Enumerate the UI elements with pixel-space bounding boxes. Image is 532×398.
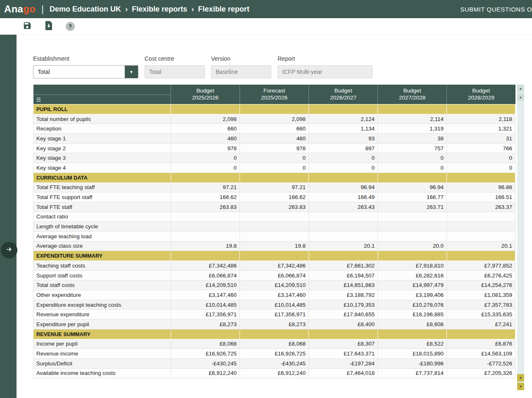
scrollbar-track[interactable] [517, 101, 524, 374]
cell-value: £17,840,655 [309, 310, 378, 320]
column-header: Forecast2025/2026 [240, 85, 309, 104]
cell-value: 2,098 [240, 114, 309, 124]
table-row: Total FTE teaching staff97.2197.2196.949… [33, 182, 515, 192]
row-label: Total FTE support staff [33, 192, 171, 202]
section-cell [447, 251, 515, 261]
cell-value: £6,876 [447, 339, 515, 349]
row-label: Reception [33, 124, 171, 134]
breadcrumb-item-establishment[interactable]: Demo Education UK [50, 5, 121, 14]
cell-value [378, 231, 447, 241]
cell-value [240, 212, 309, 222]
table-row: Support staff costs£6,066,874£6,066,874£… [33, 270, 515, 280]
report-label: Report [278, 55, 373, 62]
establishment-select[interactable]: Total ▼ [33, 65, 138, 78]
cell-value: £8,068 [171, 339, 240, 349]
breadcrumb-item-flexible-reports[interactable]: Flexible reports [132, 5, 187, 14]
submit-questions-link[interactable]: SUBMIT QUESTIONS O [460, 6, 532, 13]
help-button[interactable]: ? [65, 21, 75, 31]
report-input: ICFP Multi-year [278, 65, 373, 78]
scroll-up-button[interactable]: ▲ [517, 85, 524, 92]
row-label: Key stage 4 [33, 163, 171, 173]
section-row: REVENUE SUMMARY [33, 329, 515, 339]
cell-value: £8,400 [309, 320, 378, 329]
table-row: Income per pupil£8,068£8,068£8,307£8,522… [33, 339, 515, 349]
scroll-up-button[interactable]: ▲ [517, 93, 524, 101]
column-header: Budget2027/2028 [378, 85, 447, 104]
row-label: Surplus/Deficit [33, 358, 171, 368]
cell-value: £6,912,240 [171, 368, 240, 378]
scroll-down-button[interactable]: ▼ [517, 374, 524, 381]
cost-centre-label: Cost centre [145, 55, 205, 62]
cell-value: 0 [171, 163, 240, 173]
row-label: Support staff costs [33, 270, 171, 280]
cell-value: £18,015,890 [378, 349, 447, 359]
save-icon [23, 21, 32, 32]
cell-value: 0 [447, 153, 515, 163]
cell-value: 897 [309, 143, 378, 153]
save-button[interactable] [22, 21, 32, 31]
cell-value: £8,608 [378, 320, 447, 329]
section-cell [309, 251, 378, 261]
cell-value: 19.8 [171, 241, 240, 251]
cell-value: 31 [447, 134, 515, 144]
cell-value: £14,209,510 [240, 280, 309, 290]
cell-value: £17,643,371 [309, 349, 378, 359]
cell-value: 660 [171, 124, 240, 134]
section-cell [309, 104, 378, 114]
section-row: EXPENDITURE SUMMARY [33, 251, 515, 261]
vertical-scrollbar[interactable]: ▲ ▲ ▼ ▼ [517, 85, 524, 390]
table-row: Length of timetable cycle [33, 222, 515, 232]
chevron-right-icon: › [191, 5, 194, 14]
cell-value: 20.1 [447, 241, 515, 251]
cell-value: 0 [171, 153, 240, 163]
breadcrumb-item-flexible-report: Flexible report [198, 5, 249, 14]
cell-value [447, 222, 515, 232]
scroll-down-button[interactable]: ▼ [517, 383, 524, 390]
cell-value: -£180,996 [378, 358, 447, 368]
sidebar-expand-button[interactable] [1, 242, 17, 258]
cell-value: 96.94 [309, 182, 378, 192]
cell-value: £14,563,109 [447, 349, 515, 359]
section-cell [240, 251, 309, 261]
cell-value: 0 [309, 163, 378, 173]
row-label: Expenditure per pupil [33, 320, 171, 329]
table-row: Contact ratio [33, 212, 515, 222]
chevron-right-icon: › [125, 5, 128, 14]
cell-value: £7,661,302 [309, 261, 378, 271]
version-label: Version [211, 55, 271, 62]
cell-value: £18,196,885 [378, 310, 447, 320]
row-label: Key stage 3 [33, 153, 171, 163]
cell-value: 766 [447, 143, 515, 153]
cell-value: 1,321 [447, 124, 515, 134]
cell-value: £10,179,353 [309, 300, 378, 310]
section-cell [240, 173, 309, 182]
filter-version: Version Baseline [211, 55, 271, 78]
section-label: PUPIL ROLL [33, 104, 171, 114]
table-row: Total number of pupils2,0982,0982,1242,1… [33, 114, 515, 124]
export-button[interactable] [44, 21, 54, 31]
establishment-dropdown-button[interactable]: ▼ [125, 66, 138, 78]
cell-value: £7,342,486 [240, 261, 309, 271]
cell-value: £10,278,076 [378, 300, 447, 310]
table-row: Average teaching load [33, 231, 515, 241]
row-label: Total FTE teaching staff [33, 182, 171, 192]
cell-value: £3,188,792 [309, 290, 378, 300]
cell-value: 96.86 [447, 182, 515, 192]
cell-value [447, 212, 515, 222]
cell-value: 20.1 [309, 241, 378, 251]
table-header-row: ☰ Budget2025/2026Forecast2025/2026Budget… [33, 85, 515, 104]
cell-value [240, 231, 309, 241]
cell-value: £10,014,485 [240, 300, 309, 310]
cell-value: 2,098 [171, 114, 240, 124]
menu-icon[interactable]: ☰ [36, 97, 41, 102]
filter-report: Report ICFP Multi-year [278, 55, 373, 78]
table-row: Revenue expenditure£17,356,971£17,356,97… [33, 310, 515, 320]
table-row: Other expenditure£3,147,460£3,147,460£3,… [33, 290, 515, 300]
cell-value: £3,199,406 [378, 290, 447, 300]
row-label-header: ☰ [33, 85, 171, 104]
cell-value: 0 [447, 163, 515, 173]
section-label: EXPENDITURE SUMMARY [33, 251, 171, 261]
section-cell [378, 251, 447, 261]
cell-value: 0 [240, 153, 309, 163]
table-row: Average class size19.819.820.120.020.1 [33, 241, 515, 251]
